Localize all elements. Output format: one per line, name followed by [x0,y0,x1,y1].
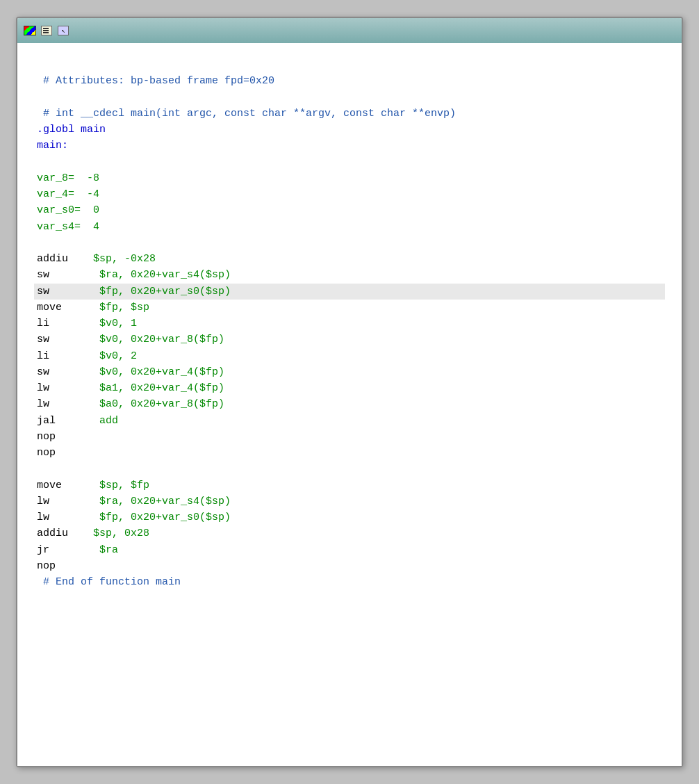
edit-icon [40,25,54,36]
code-line [34,235,665,251]
code-line: var_s0= 0 [34,202,665,218]
code-line: var_8= -8 [34,170,665,186]
code-line: sw $v0, 0x20+var_8($fp) [34,332,665,348]
code-line-highlighted: sw $fp, 0x20+var_s0($sp) [34,284,665,300]
code-line [34,57,665,73]
code-line: nop [34,429,665,445]
code-view[interactable]: # Attributes: bp-based frame fpd=0x20 # … [17,43,682,766]
code-line: jr $ra [34,542,665,558]
code-line: var_s4= 4 [34,219,665,235]
code-line: li $v0, 1 [34,316,665,332]
code-line: lw $fp, 0x20+var_s0($sp) [34,509,665,525]
code-line: sw $ra, 0x20+var_s4($sp) [34,267,665,283]
code-line: nop [34,558,665,574]
color-palette-icon [23,25,37,36]
code-line [34,461,665,477]
main-window: ↖ # Attributes: bp-based frame fpd=0x20 … [16,17,683,767]
code-line: # Attributes: bp-based frame fpd=0x20 [34,73,665,89]
code-line [34,154,665,170]
code-line: li $v0, 2 [34,348,665,364]
code-line: lw $ra, 0x20+var_s4($sp) [34,493,665,509]
code-line: move $sp, $fp [34,477,665,493]
code-line: .globl main [34,122,665,138]
code-line [34,90,665,106]
code-line: sw $v0, 0x20+var_4($fp) [34,364,665,380]
code-line: addiu $sp, 0x28 [34,525,665,541]
code-line: main: [34,138,665,154]
code-line: # End of function main [34,574,665,590]
cursor-icon: ↖ [56,25,70,36]
code-line: lw $a1, 0x20+var_4($fp) [34,380,665,396]
code-line: lw $a0, 0x20+var_8($fp) [34,396,665,412]
code-line: move $fp, $sp [34,300,665,316]
titlebar: ↖ [17,18,682,43]
code-line: var_4= -4 [34,186,665,202]
code-line: addiu $sp, -0x28 [34,251,665,267]
code-line: nop [34,445,665,461]
code-line: jal add [34,413,665,429]
code-line: # int __cdecl main(int argc, const char … [34,106,665,122]
